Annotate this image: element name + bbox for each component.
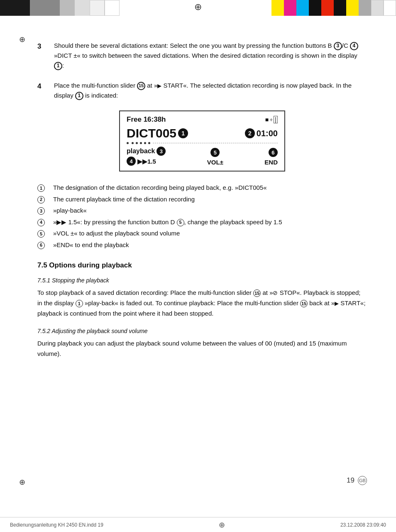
reg-mark-bl: ⊕ [19,478,25,487]
display-circle-1: 1 [178,128,188,138]
reg-mark-tl: ⊕ [19,35,25,44]
grayscale-blocks [0,0,120,16]
annotation-5: 5 »VOL ±« to adjust the playback sound v… [37,229,367,238]
display-divider [127,142,278,144]
display-speed-text: ▶▶1.5 [137,158,156,165]
display-bottom-row: playback 3 4 ▶▶1.5 5 VOL± 6 END [127,147,278,166]
display-end-col: 6 END [264,148,278,166]
display-circle-5: 5 [210,148,220,157]
lcd-display: Free 16:38h ■ + | DICT005 1 2 01:00 [119,110,285,172]
ann-text-5: »VOL ±« to adjust the playback sound vol… [53,229,180,238]
bottom-bar: Bedienungsanleitung KH 2450 EN.indd 19 ⊕… [0,517,396,532]
subsection-751-title: 7.5.1 Stopping the playback [37,277,367,284]
ann-text-3: »play-back« [53,206,87,216]
page-content: ⊕ ⊕ 3 Should there be several dictations… [0,16,396,506]
annotation-6: 6 »END« to end the playback [37,240,367,250]
footer-right: 23.12.2008 23:09:40 [340,522,386,528]
footer-left: Bedienungsanleitung KH 2450 EN.indd 19 [10,522,103,528]
dashed-line [153,143,278,143]
step-3: 3 Should there be several dictations ext… [37,41,367,71]
top-color-bar: ⊕ [0,0,396,16]
display-top-row: Free 16:38h ■ + | [127,115,278,124]
circle-15: 15 [137,82,145,90]
ann-num-2: 2 [37,195,49,204]
ann-num-6: 6 [37,240,49,250]
display-end-text: END [264,159,278,166]
section-75-title: 7.5 Options during playback [37,261,367,270]
subsection-752-para: During playback you can adjust the playb… [37,338,367,359]
page-number: 19 [347,476,354,485]
display-free-text: Free 16:38h [127,115,166,124]
display-battery: ■ + | [265,116,278,123]
subsection-752-title: 7.5.2 Adjusting the playback sound volum… [37,328,367,334]
circle-1b: 1 [75,92,83,100]
ann-num-1: 1 [37,183,49,193]
display-circle-2: 2 [245,128,255,138]
ann-num-5: 5 [37,229,49,238]
gb-icon: GB [358,476,367,485]
step-4-number: 4 [37,81,46,101]
display-main-row: DICT005 1 2 01:00 [127,126,278,140]
display-playback-col: playback 3 4 ▶▶1.5 [127,147,166,166]
annotation-4: 4 »▶▶ 1.5«: by pressing the function but… [37,218,367,227]
circle-4: 4 [350,42,358,50]
step-3-number: 3 [37,41,46,71]
ann-text-4: »▶▶ 1.5«: by pressing the function butto… [53,218,282,227]
ann-num-4: 4 [37,218,49,227]
circle-3: 3 [334,42,342,50]
annotations-list: 1 The designation of the dictation recor… [37,183,367,250]
annotation-1: 1 The designation of the dictation recor… [37,183,367,193]
page-number-area: 19 GB [347,476,367,485]
display-circle-3: 3 [156,147,166,156]
step-4: 4 Place the multi-function slider 15 at … [37,81,367,101]
annotation-3: 3 »play-back« [37,206,367,216]
step-4-text: Place the multi-function slider 15 at » … [54,81,367,101]
display-time: 2 01:00 [245,128,278,138]
display-dict-name: DICT005 1 [127,126,188,140]
ann-text-1: The designation of the dictation recordi… [53,183,267,193]
crosshair-symbol: ⊕ [194,2,202,12]
annotation-2: 2 The current playback time of the dicta… [37,195,367,204]
solid-dots [127,142,151,144]
circle-1: 1 [54,62,62,70]
display-playback-label: playback 3 [127,147,166,156]
time-text: 01:00 [257,129,278,138]
footer-crosshair: ⊕ [219,520,225,530]
playback-text: playback [127,147,155,155]
dict-name-text: DICT005 [127,126,176,140]
display-vol-text: VOL± [207,159,223,166]
color-blocks-right [271,0,396,16]
display-vol-col: 5 VOL± [207,148,223,166]
ann-num-3: 3 [37,206,49,216]
display-circle-6: 6 [269,148,278,157]
display-circle-4: 4 [127,157,136,166]
subsection-751-para: To stop playback of a saved dictation re… [37,288,367,319]
step-3-text: Should there be several dictations extan… [54,41,367,71]
ann-text-6: »END« to end the playback [53,240,129,250]
ann-text-2: The current playback time of the dictati… [53,195,195,204]
